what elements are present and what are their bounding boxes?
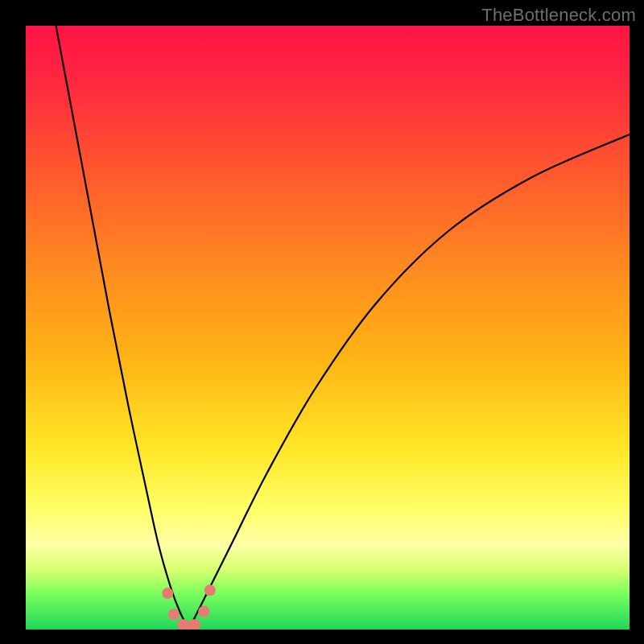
highlight-dot (168, 609, 180, 620)
curve-layer (26, 26, 630, 630)
highlight-dot (189, 619, 200, 630)
curve-right-branch (189, 134, 630, 630)
highlight-dot (162, 588, 173, 599)
curve-left-branch (56, 26, 189, 630)
highlight-dots (162, 584, 216, 630)
highlight-dot (204, 584, 216, 596)
highlight-dot (198, 606, 209, 617)
plot-area (26, 26, 630, 630)
chart-frame: TheBottleneck.com (0, 0, 644, 644)
watermark-text: TheBottleneck.com (481, 5, 636, 26)
